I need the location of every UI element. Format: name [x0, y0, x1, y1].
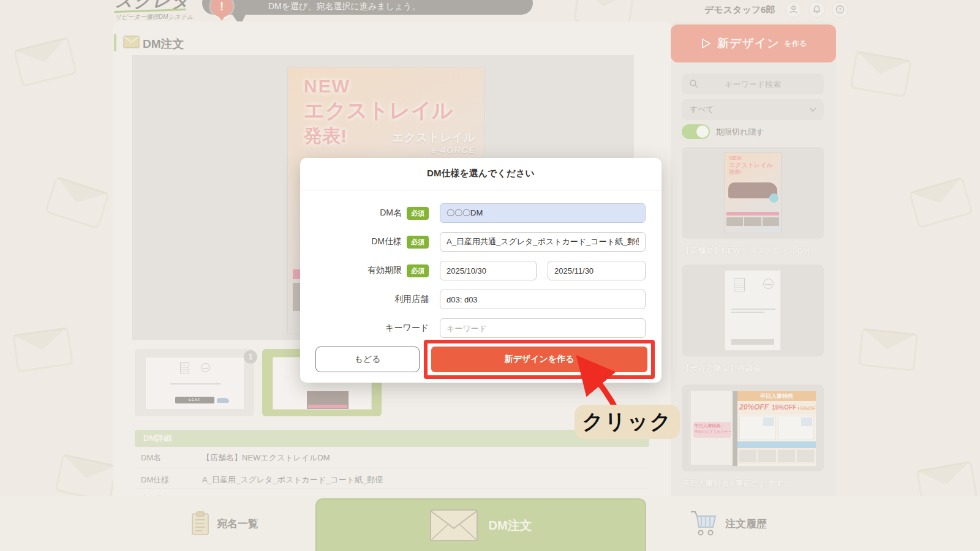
required-badge: 必須 [407, 207, 429, 220]
required-badge: 必須 [407, 236, 429, 249]
required-badge: 必須 [407, 264, 429, 277]
dm-name-input[interactable] [440, 203, 646, 223]
field-label: DM仕様 [371, 236, 402, 247]
field-row-dm-name: DM名 必須 [300, 203, 662, 223]
field-label: 利用店舗 [394, 294, 429, 305]
validity-end-input[interactable] [548, 261, 646, 280]
divider [300, 190, 662, 190]
field-label: 有効期限 [368, 265, 402, 276]
dm-spec-modal: DM仕様を選んでください DM名 必須 DM仕様 必須 有効期限 必須 [300, 158, 662, 383]
field-label: キーワード [385, 323, 429, 334]
field-row-validity: 有効期限 必須 [300, 261, 662, 280]
modal-title: DM仕様を選んでください [300, 168, 662, 179]
store-input[interactable] [440, 290, 646, 309]
app-root: スグレタ リピーター獲得DMシステム DMを選び、宛名選択に進みましょう。 ! … [0, 0, 980, 551]
click-annotation: クリック [575, 405, 680, 439]
field-row-dm-spec: DM仕様 必須 [300, 232, 662, 252]
keyword-input[interactable] [440, 318, 646, 338]
back-button[interactable]: もどる [315, 347, 420, 372]
field-label: DM名 [380, 208, 402, 219]
dm-spec-input[interactable] [440, 232, 646, 252]
field-row-keyword: キーワード [300, 318, 662, 338]
validity-start-input[interactable] [440, 261, 537, 280]
field-row-store: 利用店舗 [300, 290, 662, 309]
